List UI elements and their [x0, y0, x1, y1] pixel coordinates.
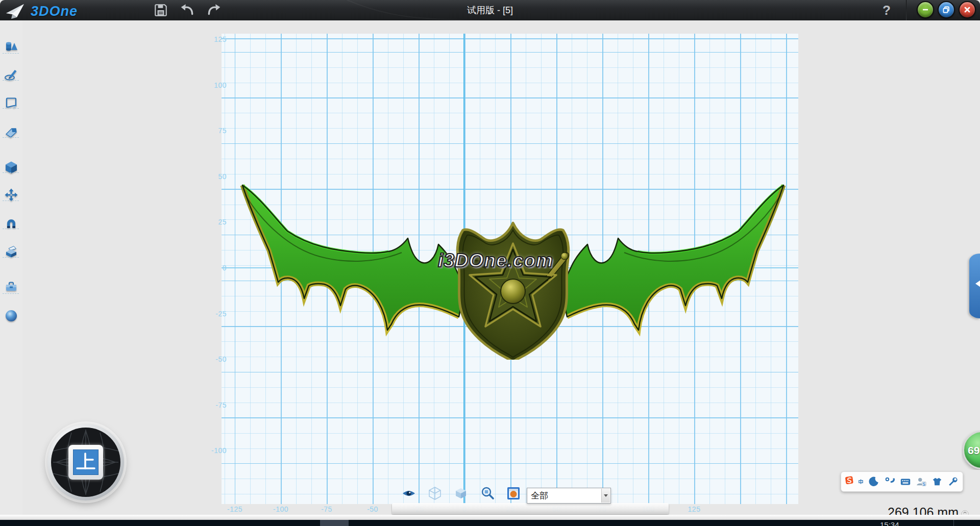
- display-filter-select[interactable]: 全部: [527, 488, 611, 504]
- floating-badge-clip: 69: [962, 430, 980, 470]
- viewbar-shaded-cube[interactable]: [453, 486, 469, 501]
- ime-toolbar: [841, 471, 963, 492]
- sogou-logo-icon[interactable]: [845, 472, 853, 488]
- sidebar-separator: [3, 257, 19, 258]
- help-button[interactable]: ?: [878, 2, 895, 19]
- viewbar-zoom-magnifier[interactable]: [480, 486, 495, 501]
- view-cube-navigator[interactable]: [47, 424, 124, 500]
- taskbar-divider: [953, 520, 954, 526]
- ime-account-icon[interactable]: [916, 476, 927, 487]
- watermark-text: i3DOne.com: [438, 250, 553, 271]
- model-left-blade[interactable]: [242, 185, 465, 330]
- os-taskbar: 15:34: [0, 520, 980, 526]
- window-title: 试用版 - [5]: [0, 0, 980, 20]
- y-axis-tick-label: 50: [203, 172, 227, 181]
- paper-plane-icon: [5, 2, 26, 20]
- titlebar-divider: [906, 0, 906, 20]
- viewbar-wireframe-cube[interactable]: [427, 486, 443, 501]
- viewbar-render-view[interactable]: [506, 486, 521, 501]
- chinese-mode-icon[interactable]: [858, 476, 864, 487]
- star-center-orb: [501, 279, 525, 304]
- dropdown-arrow-button[interactable]: [601, 489, 610, 503]
- sidebar-tool-toolbox[interactable]: [4, 280, 18, 294]
- y-axis-tick-label: -75: [203, 401, 227, 409]
- score-badge[interactable]: 69: [963, 431, 980, 469]
- app-name: 3DOne: [31, 4, 78, 19]
- x-axis-tick-label: -100: [269, 505, 292, 513]
- y-axis-tick-label: 75: [203, 127, 227, 135]
- sidebar-separator: [3, 137, 19, 138]
- sidebar-tool-move-transform[interactable]: [4, 188, 18, 202]
- side-panel-handle[interactable]: [969, 254, 980, 318]
- y-axis-tick-label: 25: [203, 218, 227, 226]
- redo-button[interactable]: [206, 3, 222, 18]
- model-shield[interactable]: [457, 223, 569, 360]
- y-axis-tick-label: -100: [203, 446, 227, 455]
- y-axis-tick-label: 100: [203, 81, 227, 89]
- 3done-application-window: 3DOne 试用版 - [5] ? 1251007550250-25-50-75…: [0, 0, 980, 526]
- y-axis-tick-label: 125: [203, 35, 227, 43]
- sidebar-tool-material-sphere[interactable]: [4, 309, 18, 323]
- sidebar-separator: [3, 53, 19, 54]
- taskbar-clock: 15:34: [880, 520, 899, 526]
- y-axis-tick-label: -50: [203, 355, 227, 363]
- window-bottom-edge: [0, 515, 980, 520]
- sidebar-separator: [3, 229, 19, 229]
- ime-punctuation-icon[interactable]: [884, 476, 895, 487]
- ime-skin-icon[interactable]: [932, 476, 943, 487]
- sidebar-separator: [3, 293, 19, 294]
- titlebar-quick-tools: [153, 3, 222, 18]
- tool-sidebar: [0, 20, 22, 519]
- ime-settings-icon[interactable]: [947, 476, 959, 487]
- collapsed-tray-bar[interactable]: [392, 503, 669, 514]
- sidebar-separator: [3, 80, 19, 81]
- sidebar-tool-primitive-solids[interactable]: [4, 39, 18, 54]
- x-axis-tick-label: 125: [682, 505, 706, 513]
- sidebar-tool-eraser-trim[interactable]: [4, 124, 18, 139]
- x-axis-tick-label: -75: [315, 505, 338, 513]
- sidebar-separator: [3, 201, 19, 201]
- sidebar-tool-sketch-draw[interactable]: [4, 67, 18, 82]
- title-bar: 3DOne 试用版 - [5] ?: [0, 0, 980, 20]
- undo-button[interactable]: [180, 3, 195, 18]
- face-label-up-glyph: [74, 450, 98, 474]
- x-axis-tick-label: -125: [223, 505, 247, 513]
- sidebar-separator: [3, 108, 19, 109]
- view-cube-top-face[interactable]: [73, 449, 99, 475]
- sidebar-tool-magnet-snap[interactable]: [4, 216, 18, 230]
- restore-button[interactable]: [938, 1, 955, 18]
- ime-keyboard-icon[interactable]: [900, 476, 911, 487]
- x-axis-tick-label: -50: [361, 505, 384, 513]
- taskbar-app-button[interactable]: [320, 520, 349, 526]
- viewbar-visibility-eye[interactable]: [401, 486, 416, 501]
- display-filter-value: 全部: [527, 490, 601, 502]
- model-right-blade[interactable]: [561, 185, 783, 330]
- chevron-left-icon: [972, 280, 980, 287]
- app-logo: 3DOne: [5, 2, 78, 20]
- y-axis-tick-label: 0: [203, 264, 227, 272]
- close-button[interactable]: [959, 1, 976, 18]
- sidebar-separator: [3, 172, 19, 173]
- badge-value: 69: [968, 444, 979, 457]
- sidebar-tool-combine-boolean[interactable]: [4, 244, 18, 258]
- ime-moon-icon[interactable]: [868, 476, 879, 487]
- minimize-button[interactable]: [917, 1, 934, 18]
- window-controls: [917, 1, 976, 18]
- save-button[interactable]: [153, 3, 168, 18]
- y-axis-tick-label: -25: [203, 310, 227, 318]
